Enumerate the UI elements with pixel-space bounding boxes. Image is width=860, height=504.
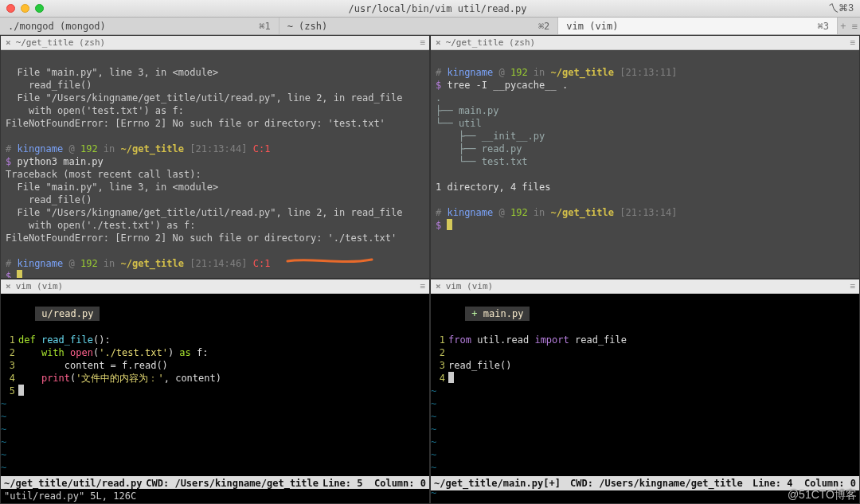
prompt-exitcode: C:1 bbox=[253, 143, 271, 154]
empty-tilde-line: ~ bbox=[1, 410, 429, 423]
pane-header: × vim (vim) ≡ bbox=[1, 279, 429, 294]
prompt-user: kingname bbox=[17, 258, 63, 269]
prompt-exitcode: C:1 bbox=[253, 258, 271, 269]
shell-command: tree -I __pycache__ . bbox=[447, 80, 568, 91]
terminal-cursor bbox=[447, 219, 452, 230]
prompt-user: kingname bbox=[17, 143, 63, 154]
buffer-tab[interactable]: main.py bbox=[465, 307, 530, 321]
prompt-host: 192 bbox=[80, 258, 98, 269]
prompt-host: 192 bbox=[80, 143, 98, 154]
empty-tilde-line: ~ bbox=[1, 448, 429, 461]
traceback-line: FileNotFoundError: [Errno 2] No such fil… bbox=[6, 118, 385, 129]
workspace: × ~/get_title (zsh) ≡ File "main.py", li… bbox=[0, 35, 860, 504]
traceback-line: FileNotFoundError: [Errno 2] No such fil… bbox=[6, 232, 397, 244]
editor-area[interactable]: u/read.py 1def read_file():2 with open('… bbox=[1, 294, 429, 503]
pane-shell-right[interactable]: × ~/get_title (zsh) ≡ # kingname @ 192 i… bbox=[430, 35, 860, 279]
terminal-cursor bbox=[17, 270, 22, 279]
code-line[interactable]: 1from util.read import read_file bbox=[431, 334, 859, 346]
traffic-lights bbox=[6, 4, 44, 13]
minimize-icon[interactable] bbox=[21, 4, 29, 13]
tab-label: vim (vim) bbox=[566, 21, 618, 32]
pane-title: ~/get_title (zsh) bbox=[446, 37, 536, 48]
pane-title: vim (vim) bbox=[446, 281, 494, 291]
tree-line: └── test.txt bbox=[436, 156, 528, 167]
prompt-time: [21:14:46] bbox=[190, 258, 247, 269]
code-lines[interactable]: 1from util.read import read_file23read_f… bbox=[431, 334, 859, 499]
code-line[interactable]: 4 bbox=[431, 372, 859, 385]
message-bar: "util/read.py" 5L, 126C bbox=[1, 489, 429, 503]
shell-command: python3 main.py bbox=[17, 156, 103, 167]
code-line[interactable]: 2 bbox=[431, 346, 859, 359]
new-tab-button[interactable]: + ≡ bbox=[838, 18, 860, 34]
empty-tilde-line: ~ bbox=[431, 410, 859, 423]
status-line: Line: 5 bbox=[322, 478, 363, 489]
close-icon[interactable]: × bbox=[436, 281, 441, 291]
empty-tilde-line: ~ bbox=[1, 423, 429, 436]
tab-kbd: ⌘2 bbox=[538, 21, 549, 32]
terminal-output[interactable]: # kingname @ 192 in ~/get_title [21:13:1… bbox=[431, 50, 859, 246]
empty-tilde-line: ~ bbox=[431, 461, 859, 474]
editor-area[interactable]: main.py 1from util.read import read_file… bbox=[431, 294, 859, 503]
code-line[interactable]: 2 with open('./test.txt') as f: bbox=[1, 346, 429, 359]
empty-tilde-line: ~ bbox=[431, 423, 859, 436]
hamburger-icon[interactable]: ≡ bbox=[420, 37, 424, 48]
pane-header: × ~/get_title (zsh) ≡ bbox=[1, 36, 429, 50]
prompt-time: [21:13:44] bbox=[190, 143, 247, 154]
tab-zsh[interactable]: ~ (zsh) ⌘2 bbox=[280, 18, 559, 34]
empty-tilde-line: ~ bbox=[1, 436, 429, 448]
tree-line: . bbox=[436, 92, 441, 104]
close-icon[interactable] bbox=[6, 4, 15, 13]
empty-tilde-line: ~ bbox=[431, 385, 859, 397]
empty-tilde-line: ~ bbox=[431, 436, 859, 448]
status-col: Column: 0 bbox=[374, 478, 426, 489]
traceback-line: File "/Users/kingname/get_title/util/rea… bbox=[6, 92, 403, 104]
prompt-path: ~/get_title bbox=[121, 143, 184, 154]
tree-line: └── util bbox=[436, 118, 482, 129]
tab-label: ./mongod (mongod) bbox=[8, 21, 106, 32]
traceback-line: read_file() bbox=[6, 194, 92, 205]
code-line[interactable]: 3read_file() bbox=[431, 359, 859, 372]
tab-mongod[interactable]: ./mongod (mongod) ⌘1 bbox=[0, 18, 280, 34]
code-line[interactable]: 3 content = f.read() bbox=[1, 359, 429, 372]
pane-header: × vim (vim) ≡ bbox=[431, 279, 859, 294]
tab-label: ~ (zsh) bbox=[287, 21, 328, 32]
tab-kbd: ⌘1 bbox=[259, 21, 270, 32]
prompt-path: ~/get_title bbox=[551, 207, 614, 218]
tree-line: ├── read.py bbox=[436, 143, 522, 154]
close-icon[interactable]: × bbox=[6, 37, 11, 48]
traceback-line: File "main.py", line 3, in <module> bbox=[6, 67, 218, 78]
pane-shell-left[interactable]: × ~/get_title (zsh) ≡ File "main.py", li… bbox=[0, 35, 430, 279]
hamburger-icon[interactable]: ≡ bbox=[850, 281, 854, 291]
prompt-host: 192 bbox=[510, 67, 528, 78]
traceback-line: with open('test.txt') as f: bbox=[6, 105, 184, 116]
prompt-path: ~/get_title bbox=[551, 67, 614, 78]
hamburger-icon[interactable]: ≡ bbox=[420, 281, 424, 291]
buffer-tab[interactable]: u/read.py bbox=[35, 307, 100, 321]
close-icon[interactable]: × bbox=[6, 281, 11, 291]
traceback-line: File "/Users/kingname/get_title/util/rea… bbox=[6, 207, 403, 218]
code-lines[interactable]: 1def read_file():2 with open('./test.txt… bbox=[1, 334, 429, 499]
code-line[interactable]: 1def read_file(): bbox=[1, 334, 429, 346]
empty-tilde-line: ~ bbox=[431, 397, 859, 410]
status-file: ~/get_title/main.py[+] bbox=[434, 477, 561, 490]
status-col: Column: 0 bbox=[804, 478, 856, 489]
tab-vim[interactable]: vim (vim) ⌘3 bbox=[558, 18, 838, 34]
terminal-output[interactable]: File "main.py", line 3, in <module> read… bbox=[1, 50, 429, 279]
tmux-tabs: ./mongod (mongod) ⌘1 ~ (zsh) ⌘2 vim (vim… bbox=[0, 18, 860, 35]
pane-vim-right[interactable]: × vim (vim) ≡ main.py 1from util.read im… bbox=[430, 279, 860, 504]
code-line[interactable]: 4 print('文件中的内容为：', content) bbox=[1, 372, 429, 385]
empty-tilde-line: ~ bbox=[1, 397, 429, 410]
traceback-line: File "main.py", line 3, in <module> bbox=[6, 182, 218, 193]
close-icon[interactable]: × bbox=[436, 37, 441, 48]
status-cwd: CWD: /Users/kingname/get_title bbox=[146, 477, 319, 490]
code-line[interactable]: 5 bbox=[1, 385, 429, 397]
pane-vim-left[interactable]: × vim (vim) ≡ u/read.py 1def read_file()… bbox=[0, 279, 430, 504]
status-line: Line: 4 bbox=[752, 478, 793, 489]
tab-kbd: ⌘3 bbox=[818, 21, 829, 32]
traceback-line: Traceback (most recent call last): bbox=[6, 169, 201, 180]
prompt-time: [21:13:11] bbox=[620, 67, 677, 78]
prompt-time: [21:13:14] bbox=[620, 207, 677, 218]
hamburger-icon[interactable]: ≡ bbox=[850, 37, 854, 48]
maximize-icon[interactable] bbox=[35, 4, 44, 13]
prompt-user: kingname bbox=[447, 67, 493, 78]
